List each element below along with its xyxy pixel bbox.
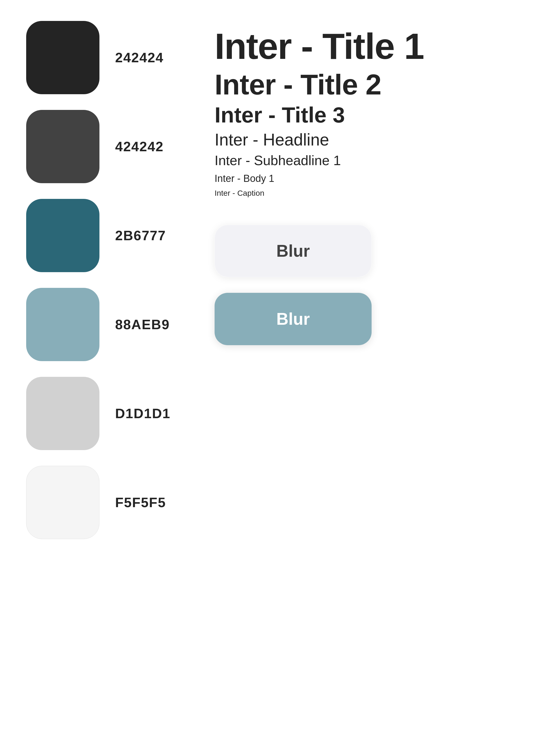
type-caption-label: Inter - Caption [215, 188, 534, 199]
type-headline-label: Inter - Headline [215, 130, 534, 150]
typography-section: Inter - Title 1 Inter - Title 2 Inter - … [215, 26, 534, 199]
type-title2-label: Inter - Title 2 [215, 68, 534, 100]
blur-cards-section: Blur Blur [215, 225, 534, 345]
typography-column: Inter - Title 1 Inter - Title 2 Inter - … [215, 21, 534, 345]
blur-card-dark-label: Blur [276, 309, 310, 329]
color-swatch-88AEB9 [26, 288, 100, 361]
color-row-6: F5F5F5 [26, 466, 183, 539]
color-swatch-D1D1D1 [26, 377, 100, 450]
color-row-3: 2B6777 [26, 199, 183, 272]
type-title1-label: Inter - Title 1 [215, 26, 534, 66]
type-title3-label: Inter - Title 3 [215, 102, 534, 128]
color-label-242424: 242424 [115, 50, 164, 65]
color-swatch-424242 [26, 110, 100, 183]
color-label-D1D1D1: D1D1D1 [115, 406, 170, 421]
color-row-4: 88AEB9 [26, 288, 183, 361]
blur-card-light-label: Blur [276, 241, 310, 261]
color-swatch-F5F5F5 [26, 466, 100, 539]
color-swatch-242424 [26, 21, 100, 94]
color-palette-column: 242424 424242 2B6777 88AEB9 D1D1D1 F5F5F… [26, 21, 183, 539]
color-row-5: D1D1D1 [26, 377, 183, 450]
type-subheadline1-label: Inter - Subheadline 1 [215, 152, 534, 170]
color-swatch-2B6777 [26, 199, 100, 272]
blur-card-light: Blur [215, 225, 372, 277]
color-label-2B6777: 2B6777 [115, 228, 166, 243]
color-label-88AEB9: 88AEB9 [115, 317, 170, 332]
blur-card-dark: Blur [215, 293, 372, 345]
main-layout: 242424 424242 2B6777 88AEB9 D1D1D1 F5F5F… [26, 21, 534, 539]
color-row-2: 424242 [26, 110, 183, 183]
type-body1-label: Inter - Body 1 [215, 172, 534, 185]
color-label-F5F5F5: F5F5F5 [115, 494, 166, 510]
color-label-424242: 424242 [115, 139, 164, 154]
color-row-1: 242424 [26, 21, 183, 94]
